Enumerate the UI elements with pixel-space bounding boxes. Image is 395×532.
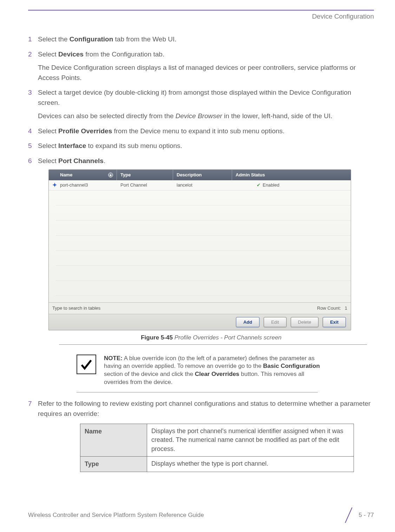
row-count: Row Count: 1 [317,305,347,312]
step-1: Select the Configuration tab from the We… [28,34,374,45]
table-body-empty [49,190,351,302]
col-header-admin-status[interactable]: Admin Status [232,169,351,181]
table-row[interactable]: ✦ port-channel3 Port Channel lancelot ✔E… [49,180,351,190]
step-6: Select Port Channels. Name ▲ Type Descri… [28,156,374,393]
def-name-label: Name [80,424,147,457]
search-input[interactable]: Type to search in tables [52,305,100,312]
step-5: Select Interface to expand its sub menu … [28,141,374,151]
col-header-description[interactable]: Description [173,169,232,181]
delete-button[interactable]: Delete [291,317,319,328]
step-3: Select a target device (by double-clicki… [28,88,374,121]
header-section: Device Configuration [28,13,374,20]
def-type-desc: Displays whether the type is port channe… [147,456,354,472]
step-4: Select Profile Overrides from the Device… [28,126,374,136]
definition-table: Name Displays the port channel's numeric… [80,424,354,472]
col-header-name[interactable]: Name [60,171,72,179]
cell-admin-status: ✔Enabled [232,180,351,190]
step-7: Refer to the following to review existin… [28,399,374,472]
col-header-type[interactable]: Type [117,169,173,181]
def-type-label: Type [80,456,147,472]
cell-description: lancelot [173,180,232,190]
instruction-list: Select the Configuration tab from the We… [28,34,374,472]
exit-button[interactable]: Exit [323,317,346,328]
note-icon [77,355,96,374]
figure-caption: Figure 5-45 Profile Overrides - Port Cha… [48,333,374,342]
sort-asc-icon[interactable]: ▲ [108,173,113,177]
def-name-desc: Displays the port channel's numerical id… [147,424,354,457]
cell-name: port-channel3 [57,180,117,190]
step-2: Select Devices from the Configuration ta… [28,49,374,83]
port-channels-screenshot: Name ▲ Type Description Admin Status ✦ p… [48,169,351,330]
check-icon: ✔ [257,182,261,188]
footer-slash-icon [341,508,355,522]
cell-type: Port Channel [117,180,173,190]
add-button[interactable]: Add [236,317,259,328]
edit-button[interactable]: Edit [264,317,286,328]
table-header: Name ▲ Type Description Admin Status [49,170,351,180]
note-text: NOTE: A blue override icon (to the left … [104,355,329,387]
footer-title: Wireless Controller and Service Platform… [28,512,204,519]
page-number: 5 - 77 [359,512,374,519]
